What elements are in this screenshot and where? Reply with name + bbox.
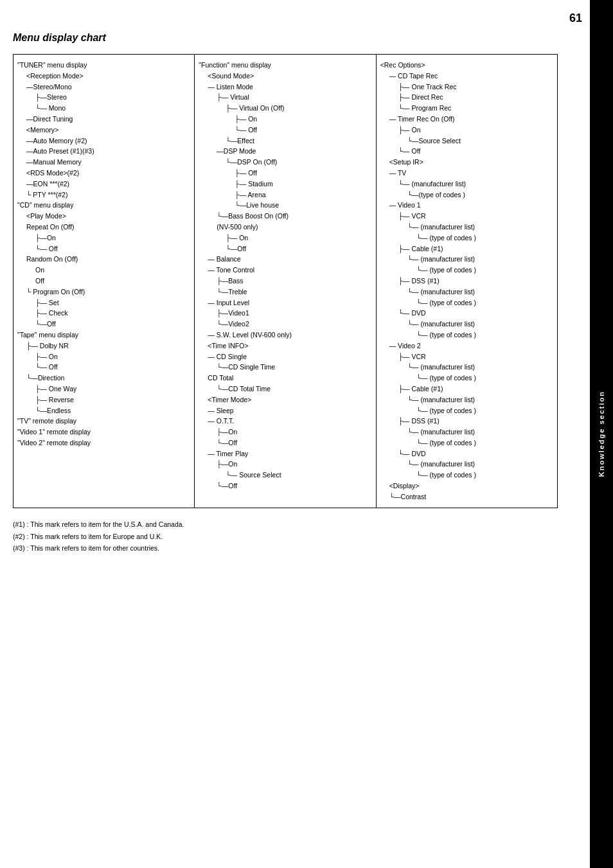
page-number: 61 <box>569 12 582 25</box>
tree-item: └— (manufacturer list) <box>380 179 553 190</box>
tree-item: — O.T.T. <box>199 416 371 427</box>
tree-item: <Memory> <box>17 125 190 136</box>
tree-item: ├— DSS (#1) <box>380 276 553 287</box>
tree-item: (NV-500 only) <box>199 222 371 233</box>
tree-item: └—Source Select <box>380 136 553 146</box>
tree-item: Random On (Off) <box>17 254 190 265</box>
tree-item: <RDS Mode>(#2) <box>17 168 190 179</box>
tree-item: └— (type of codes ) <box>380 405 553 416</box>
tree-item: ├— VCR <box>380 211 553 222</box>
tree-item: └ PTY ***(#2) <box>17 190 190 200</box>
tree-item: —Direct Tuning <box>17 114 190 125</box>
tree-item: ├— One Track Rec <box>380 82 553 93</box>
tree-item: └— (type of codes ) <box>380 373 553 384</box>
tree-item: └— (type of codes ) <box>380 265 553 276</box>
tree-item: "Video 1" remote display <box>17 427 190 438</box>
tree-item: └— DVD <box>380 448 553 459</box>
tree-item: └—Off <box>199 438 371 448</box>
tree-item: <Time INFO> <box>199 341 371 351</box>
tree-item: — Listen Mode <box>199 82 371 93</box>
tree-item: —Auto Memory (#2) <box>17 136 190 146</box>
tree-item: Repeat On (Off) <box>17 222 190 233</box>
tree-item: ├— DSS (#1) <box>380 416 553 427</box>
tree-item: <Setup IR> <box>380 157 553 168</box>
tree-item: ├—On <box>199 427 371 438</box>
tree-item: └—Off <box>199 481 371 492</box>
tree-item: └—Off <box>17 319 190 330</box>
tree-item: ├— Reverse <box>17 394 190 405</box>
chart-col-1: "TUNER" menu display<Reception Mode>—Ste… <box>13 55 195 508</box>
tree-item: └—Direction <box>17 373 190 384</box>
tree-item: — CD Tape Rec <box>380 71 553 82</box>
tree-item: ├—On <box>199 459 371 470</box>
tree-item: └—(type of codes ) <box>380 190 553 200</box>
tree-item: "TUNER" menu display <box>17 60 190 71</box>
tree-item: └ Program On (Off) <box>17 287 190 297</box>
tree-item: └— (manufacturer list) <box>380 459 553 470</box>
tree-item: — Balance <box>199 254 371 265</box>
tree-item: — TV <box>380 168 553 179</box>
tree-item: └—Treble <box>199 287 371 297</box>
tree-item: └— (manufacturer list) <box>380 362 553 373</box>
tree-item: └— Off <box>199 125 371 136</box>
tree-item: ├— Off <box>199 168 371 179</box>
tree-item: — S.W. Level (NV-600 only) <box>199 330 371 341</box>
page-title: Menu display chart <box>13 32 558 44</box>
tree-item: ├— Stadium <box>199 179 371 190</box>
tree-item: ├— Virtual On (Off) <box>199 103 371 114</box>
tree-item: <Reception Mode> <box>17 71 190 82</box>
tree-item: "Video 2" remote display <box>17 438 190 448</box>
tree-item: "Function" menu display <box>199 60 371 71</box>
tree-item: ├—Video1 <box>199 308 371 319</box>
tree-item: ├— On <box>199 114 371 125</box>
tree-item: └— (manufacturer list) <box>380 287 553 297</box>
tree-item: └— Program Rec <box>380 103 553 114</box>
tree-item: <Display> <box>380 481 553 492</box>
tree-item: └—Contrast <box>380 492 553 502</box>
tree-item: └— Off <box>17 362 190 373</box>
tree-item: <Play Mode> <box>17 211 190 222</box>
tree-item: ├— On <box>199 233 371 244</box>
tree-item: —DSP Mode <box>199 146 371 157</box>
tree-item: Off <box>17 276 190 287</box>
tree-item: └—DSP On (Off) <box>199 157 371 168</box>
tree-item: └— (manufacturer list) <box>380 222 553 233</box>
tree-item: "TV" remote display <box>17 416 190 427</box>
tree-item: └—Live house <box>199 200 371 211</box>
tree-item: ├—Stereo <box>17 92 190 103</box>
side-label-text: Knowledge section <box>598 391 605 477</box>
footnotes: (#1) : This mark refers to item for the … <box>13 518 558 555</box>
tree-item: └— (type of codes ) <box>380 438 553 448</box>
tree-item: ├— Direct Rec <box>380 92 553 103</box>
chart-col-3: <Rec Options>— CD Tape Rec├— One Track R… <box>377 55 557 508</box>
tree-item: └—Endless <box>17 405 190 416</box>
tree-item: └— Off <box>17 244 190 254</box>
tree-item: └— (manufacturer list) <box>380 319 553 330</box>
tree-item: — Input Level <box>199 297 371 308</box>
tree-item: CD Total <box>199 373 371 384</box>
tree-item: ├— On <box>17 351 190 362</box>
tree-item: ├— VCR <box>380 351 553 362</box>
tree-item: └— (manufacturer list) <box>380 254 553 265</box>
tree-item: ├— Virtual <box>199 92 371 103</box>
tree-item: └—CD Total Time <box>199 384 371 394</box>
tree-item: —Auto Preset (#1)(#3) <box>17 146 190 157</box>
chart-col-2: "Function" menu display<Sound Mode>— Lis… <box>195 55 376 508</box>
tree-item: "CD" menu display <box>17 200 190 211</box>
tree-item: — Timer Play <box>199 448 371 459</box>
footnote-item: (#2) : This mark refers to item for Euro… <box>13 531 558 543</box>
tree-item: └—Off <box>199 244 371 254</box>
tree-item: └— (type of codes ) <box>380 470 553 481</box>
tree-item: └— Source Select <box>199 470 371 481</box>
tree-item: ├— Cable (#1) <box>380 384 553 394</box>
tree-item: —EON ***(#2) <box>17 179 190 190</box>
tree-item: └—Bass Boost On (Off) <box>199 211 371 222</box>
tree-item: └— (manufacturer list) <box>380 394 553 405</box>
tree-item: ├— Set <box>17 297 190 308</box>
tree-item: └— (type of codes ) <box>380 297 553 308</box>
tree-item: —Stereo/Mono <box>17 82 190 93</box>
footnote-item: (#1) : This mark refers to item for the … <box>13 518 558 531</box>
tree-item: └— Mono <box>17 103 190 114</box>
tree-item: ├— Check <box>17 308 190 319</box>
tree-item: └—Video2 <box>199 319 371 330</box>
